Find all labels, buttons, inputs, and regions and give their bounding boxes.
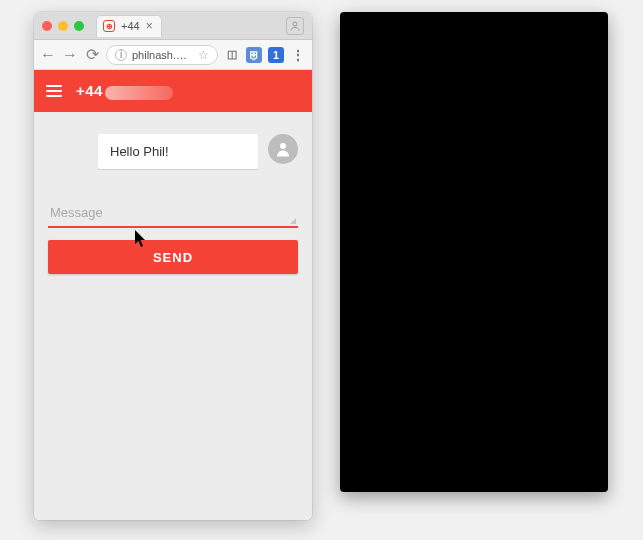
svg-point-0 [293,22,297,26]
traffic-lights [42,21,84,31]
address-field[interactable]: i philnash.ngro… ☆ [106,45,218,65]
stage: ⊕ +44 × ← → ⟳ i philnash.ngro… ☆ ◫ ⛨ 1 ⋮ [0,0,643,540]
browser-window: ⊕ +44 × ← → ⟳ i philnash.ngro… ☆ ◫ ⛨ 1 ⋮ [34,12,312,520]
header-phone-blurred [105,86,173,100]
profile-icon[interactable] [286,17,304,35]
onepassword-extension-icon[interactable]: 1 [268,47,284,63]
tab-strip: ⊕ +44 × [34,12,312,40]
send-button[interactable]: SEND [48,240,298,274]
hamburger-icon[interactable] [46,85,62,97]
compose-area: SEND [34,199,312,292]
traffic-zoom-icon[interactable] [74,21,84,31]
resize-handle-icon[interactable] [290,218,296,224]
header-phone-number: +44 [76,82,173,99]
kebab-menu-icon[interactable]: ⋮ [290,47,306,63]
app-header: +44 [34,70,312,112]
reload-icon[interactable]: ⟳ [84,47,100,63]
favicon-icon: ⊕ [103,20,115,32]
tab-title: +44 [121,20,140,32]
message-input-wrap [48,199,298,228]
url-text: philnash.ngro… [132,49,193,61]
message-input[interactable] [48,199,298,228]
bookmark-star-icon[interactable]: ☆ [198,48,209,62]
message-text: Hello Phil! [110,144,169,159]
avatar-icon [268,134,298,164]
forward-icon[interactable]: → [62,47,78,63]
browser-tab[interactable]: ⊕ +44 × [96,15,162,37]
message-row: Hello Phil! [48,134,298,169]
svg-point-1 [280,143,286,149]
phone-mock [340,12,608,492]
app-root: +44 Hello Phil! SEND [34,70,312,520]
traffic-minimize-icon[interactable] [58,21,68,31]
back-icon[interactable]: ← [40,47,56,63]
site-info-icon[interactable]: i [115,49,127,61]
address-bar: ← → ⟳ i philnash.ngro… ☆ ◫ ⛨ 1 ⋮ [34,40,312,70]
message-bubble: Hello Phil! [98,134,258,169]
traffic-close-icon[interactable] [42,21,52,31]
cast-icon[interactable]: ◫ [224,47,240,63]
message-list: Hello Phil! [34,112,312,179]
tab-close-icon[interactable]: × [146,19,153,33]
mouse-cursor-icon [135,230,147,248]
header-phone-prefix: +44 [76,82,103,99]
shield-extension-icon[interactable]: ⛨ [246,47,262,63]
